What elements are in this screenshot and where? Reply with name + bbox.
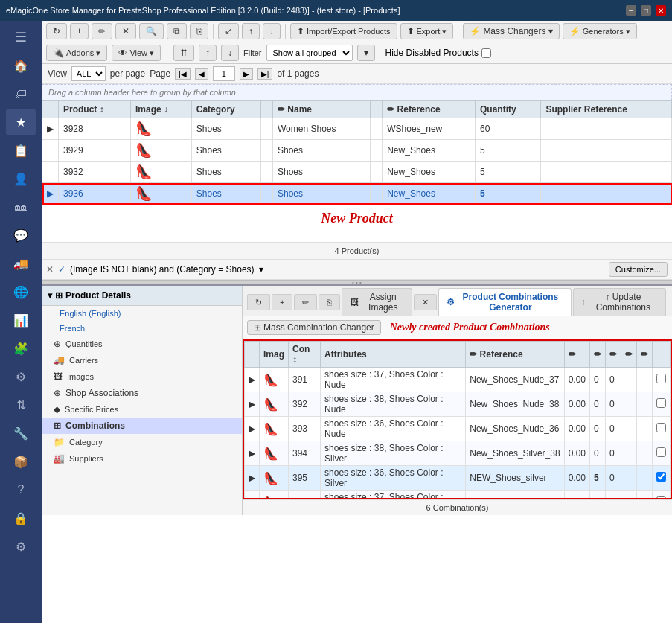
sort-asc-button[interactable]: ⇈ (173, 45, 194, 61)
tab-edit[interactable]: ✏ (294, 294, 317, 310)
sidebar-sliders-icon[interactable]: ⚙ (6, 363, 36, 390)
refresh-button[interactable]: ↻ (46, 23, 67, 39)
sort-up-button[interactable]: ↑ (199, 45, 217, 61)
comb-row-edit5[interactable] (636, 392, 652, 417)
comb-table-row[interactable]: ▶ 👠 391 shoes size : 37, Shoes Color : N… (245, 368, 671, 392)
minimize-button[interactable]: − (626, 5, 636, 16)
tab-copy[interactable]: ⎘ (319, 294, 340, 310)
col-category[interactable]: Category (191, 101, 260, 118)
comb-row-edit4[interactable] (621, 392, 636, 417)
comb-row-edit4[interactable] (621, 491, 636, 500)
per-page-select[interactable]: ALL 25 50 100 (71, 66, 106, 81)
sidebar-tag-icon[interactable]: 🏷 (6, 80, 36, 107)
sidebar-question-icon[interactable]: ? (6, 476, 36, 503)
table-row[interactable]: ▶ 3928 👠 Shoes Women Shoes WShoes_new 60 (42, 118, 672, 140)
table-row[interactable]: 3929 👠 Shoes Shoes New_Shoes 5 (42, 140, 672, 162)
export-button[interactable]: ⬆ Export ▾ (400, 23, 454, 39)
nav-item-quantities[interactable]: ⊕ Quantities (42, 336, 242, 352)
col-supplier-ref[interactable]: Supplier Reference (541, 101, 672, 118)
comb-col-image[interactable]: Imag (260, 342, 289, 368)
comb-row-check[interactable] (652, 441, 670, 466)
nav-item-english[interactable]: English (English) (42, 306, 242, 321)
comb-col-edit3[interactable]: ✏ (605, 342, 621, 368)
comb-col-edit5[interactable]: ✏ (636, 342, 652, 368)
tab-update-combinations[interactable]: ↑ ↑ Update Combinations (573, 288, 666, 316)
tab-product-combinations-generator[interactable]: ⚙ Product Combinations Generator (438, 288, 572, 316)
sidebar-gear-icon[interactable]: ⚙ (6, 533, 36, 560)
sidebar-home-icon[interactable]: 🏠 (6, 52, 36, 79)
comb-row-edit4[interactable] (621, 417, 636, 441)
collapse-icon[interactable]: ▾ (48, 290, 52, 301)
col-name[interactable]: ✏ Name (273, 101, 371, 118)
import-export-button[interactable]: ⬆ Import/Export Products (290, 23, 397, 39)
col-reference[interactable]: ✏ Reference (383, 101, 476, 118)
comb-row-check[interactable] (652, 417, 670, 441)
col-category-filter[interactable] (261, 101, 273, 118)
comb-row-edit4[interactable] (621, 441, 636, 466)
sidebar-arrows-icon[interactable]: ⇅ (6, 392, 36, 418)
close-button[interactable]: ✕ (656, 5, 666, 16)
tab-assign-images[interactable]: 🖼 Assign Images (342, 288, 412, 316)
comb-col-con[interactable]: Con ↕ (289, 342, 321, 368)
col-product[interactable]: Product ↕ (59, 101, 131, 118)
tab-close[interactable]: ✕ (414, 294, 437, 310)
sidebar-menu-icon[interactable]: ☰ (6, 24, 36, 51)
comb-col-reference[interactable]: ✏ Reference (466, 342, 564, 368)
nav-item-carriers[interactable]: 🚚 Carriers (42, 352, 242, 368)
tab-refresh[interactable]: ↻ (247, 294, 270, 310)
hide-disabled-checkbox[interactable] (481, 48, 491, 58)
copy-button[interactable]: ⧉ (167, 23, 187, 39)
page-prev-button[interactable]: ◀ (195, 68, 208, 80)
nav-item-category[interactable]: 📁 Category (42, 434, 242, 450)
sidebar-user-icon[interactable]: 👤 (6, 165, 36, 192)
customize-button[interactable]: Customize... (609, 262, 668, 277)
view-button[interactable]: 👁 View ▾ (112, 45, 161, 61)
comb-table-row[interactable]: ▶ 👠 395 shoes size : 36, Shoes Color : S… (245, 466, 671, 491)
sidebar-star-icon[interactable]: ★ (6, 109, 36, 135)
nav-item-french[interactable]: French (42, 321, 242, 336)
nav-item-images[interactable]: 🖼 Images (42, 368, 242, 385)
sidebar-wrench-icon[interactable]: 🔧 (6, 420, 36, 447)
sidebar-globe-icon[interactable]: 🌐 (6, 278, 36, 305)
maximize-button[interactable]: □ (641, 5, 651, 16)
find-button[interactable]: 🔍 (139, 23, 164, 39)
comb-row-edit5[interactable] (636, 491, 652, 500)
sidebar-chat-icon[interactable]: 💬 (6, 222, 36, 249)
comb-row-check[interactable] (652, 368, 670, 392)
arrow1-button[interactable]: ↙ (218, 23, 239, 39)
add-button[interactable]: + (70, 23, 89, 39)
table-row[interactable]: 3932 👠 Shoes Shoes New_Shoes 5 (42, 162, 672, 183)
comb-row-check[interactable] (652, 392, 670, 417)
sidebar-chart-icon[interactable]: 📊 (6, 307, 36, 333)
col-image[interactable]: Image ↓ (131, 101, 192, 118)
comb-row-edit5[interactable] (636, 417, 652, 441)
sidebar-truck-icon[interactable]: 🚚 (6, 250, 36, 277)
comb-row-edit4[interactable] (621, 466, 636, 491)
filter-clear-button[interactable]: ✕ (46, 264, 54, 275)
comb-row-edit5[interactable] (636, 466, 652, 491)
comb-col-edit2[interactable]: ✏ (589, 342, 605, 368)
comb-col-edit4[interactable]: ✏ (621, 342, 636, 368)
arrow3-button[interactable]: ↓ (263, 23, 281, 39)
sidebar-list-icon[interactable]: 📋 (6, 137, 36, 164)
comb-row-check[interactable] (652, 466, 670, 491)
filter-dropdown-icon[interactable]: ▾ (259, 264, 263, 275)
comb-col-attributes[interactable]: Attributes (321, 342, 466, 368)
table-row-selected[interactable]: ▶ 3936 👠 Shoes Shoes New_Shoes 5 (42, 183, 672, 205)
comb-table-row[interactable]: ▶ 👠 393 shoes size : 36, Shoes Color : N… (245, 417, 671, 441)
comb-table-row[interactable]: ▶ 👠 392 shoes size : 38, Shoes Color : N… (245, 392, 671, 417)
page-next-button[interactable]: ▶ (240, 68, 253, 80)
addons-button[interactable]: 🔌 Addons ▾ (46, 45, 107, 61)
filter-apply-button[interactable]: ▾ (357, 45, 375, 61)
comb-row-check[interactable] (652, 491, 670, 500)
comb-row-edit4[interactable] (621, 368, 636, 392)
paste-button[interactable]: ⎘ (190, 23, 208, 39)
comb-row-edit5[interactable] (636, 441, 652, 466)
arrow2-button[interactable]: ↑ (242, 23, 260, 39)
page-last-button[interactable]: ▶| (257, 68, 273, 80)
sidebar-box-icon[interactable]: 📦 (6, 448, 36, 475)
page-first-button[interactable]: |◀ (175, 68, 191, 80)
page-input[interactable] (213, 66, 235, 81)
sidebar-lock-icon[interactable]: 🔒 (6, 505, 36, 531)
nav-item-suppliers[interactable]: 🏭 Suppliers (42, 450, 242, 467)
